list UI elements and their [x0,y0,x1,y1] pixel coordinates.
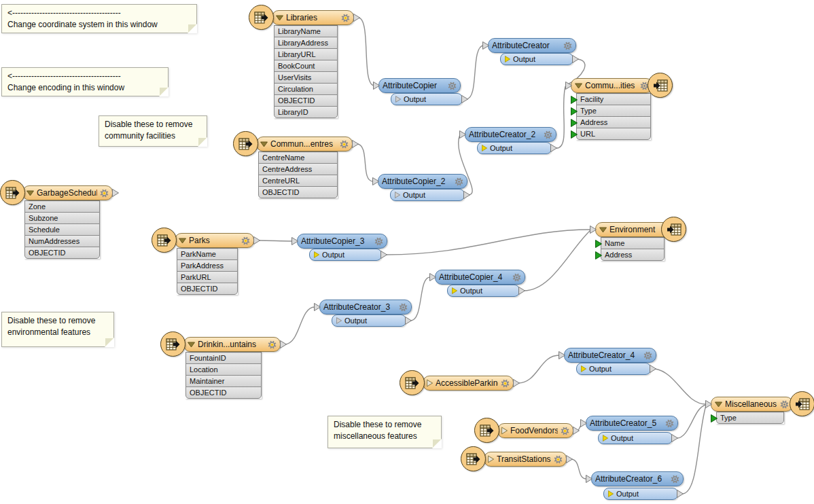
node-miscellaneous[interactable]: Miscellaneous [711,397,793,412]
node-accessible-parking[interactable]: AccessibleParking [423,376,514,391]
output-port[interactable] [353,14,360,22]
writer-table-icon[interactable] [661,217,686,242]
output-port[interactable] [463,191,470,199]
input-port[interactable] [590,226,597,234]
output-port[interactable] [352,140,359,148]
attribute-row[interactable]: ParkAddress [177,259,238,272]
parameters-gear-icon[interactable] [544,130,552,139]
attribute-row[interactable]: URL [576,128,651,140]
attribute-row[interactable]: OBJECTID [258,186,338,198]
input-port[interactable] [314,303,321,311]
transformer-output-bar[interactable]: Output [390,189,465,201]
parameters-gear-icon[interactable] [455,177,463,186]
reader-table-icon[interactable] [461,446,486,471]
attribute-row[interactable]: Schedule [24,223,100,236]
parameters-gear-icon[interactable] [671,475,679,484]
writer-table-icon[interactable] [648,73,673,98]
connection-wire[interactable] [655,369,706,404]
connection-wire[interactable] [682,406,706,494]
connection-wire[interactable] [677,405,706,438]
input-port[interactable] [373,82,380,90]
node-communities[interactable]: Commu...ities [571,78,653,93]
output-port[interactable] [566,455,573,463]
connection-wire[interactable] [524,230,590,291]
expand-toggle-icon[interactable] [188,342,195,348]
node-community-centres[interactable]: Commun...entres [256,137,353,151]
expand-toggle-icon[interactable] [260,141,268,147]
connection-wire[interactable] [556,86,565,148]
node-parks[interactable]: Parks [175,233,254,248]
connection-wire[interactable] [518,355,559,383]
annotation-note[interactable]: <---------------------------------------… [1,4,197,33]
writer-attribute-port[interactable] [595,240,602,248]
node-attributecopier_4[interactable]: AttributeCopier_4 [435,270,525,285]
transformer-output-bar[interactable]: Output [576,363,651,375]
input-port[interactable] [586,475,592,483]
transformer-output-bar[interactable]: Output [447,285,520,297]
attribute-row[interactable]: Location [185,363,262,376]
annotation-note[interactable]: <---------------------------------------… [1,67,169,96]
attribute-row[interactable]: NumAddresses [24,235,100,247]
attribute-row[interactable]: Name [601,237,665,249]
output-port[interactable] [572,55,579,63]
attribute-row[interactable]: Circulation [274,83,338,95]
attribute-row[interactable]: Maintainer [185,375,262,387]
node-attributecreator_3[interactable]: AttributeCreator_3 [319,300,412,314]
reader-table-icon[interactable] [0,180,25,205]
annotation-note[interactable]: Disable these to removecommunity facilit… [99,115,207,147]
expand-toggle-icon[interactable] [26,190,34,196]
output-port[interactable] [381,251,387,259]
parameters-gear-icon[interactable] [665,419,674,428]
node-attributecopier_3[interactable]: AttributeCopier_3 [297,234,387,249]
parameters-gear-icon[interactable] [268,340,277,349]
collapse-toggle-icon[interactable] [488,455,494,463]
attribute-row[interactable]: Address [576,116,651,128]
annotation-note[interactable]: Disable these to removeenvironmental fea… [1,312,114,347]
parameters-gear-icon[interactable] [643,351,652,360]
reader-table-icon[interactable] [400,370,425,395]
input-port[interactable] [372,177,379,185]
parameters-gear-icon[interactable] [341,14,350,22]
connection-wire[interactable] [410,277,430,321]
writer-attribute-port[interactable] [711,414,718,422]
writer-attribute-port[interactable] [571,107,578,115]
collapse-toggle-icon[interactable] [427,379,433,387]
node-food-vendors[interactable]: FoodVendors [497,423,573,438]
attribute-row[interactable]: Type [716,412,784,424]
connection-wire[interactable] [285,307,315,344]
output-port[interactable] [671,434,678,442]
node-drinking-fountains[interactable]: Drinkin...untains [183,337,281,352]
attribute-row[interactable]: LibraryID [274,106,338,118]
parameters-gear-icon[interactable] [512,273,521,282]
connection-wire[interactable] [571,459,586,479]
output-port[interactable] [461,95,468,103]
node-attributecreator_5[interactable]: AttributeCreator_5 [586,416,678,431]
connection-wire[interactable] [258,240,292,241]
parameters-gear-icon[interactable] [780,400,789,409]
parameters-gear-icon[interactable] [554,455,563,464]
output-port[interactable] [518,287,525,295]
writer-table-icon[interactable] [790,391,814,416]
output-port[interactable] [677,490,684,498]
output-port[interactable] [650,365,656,373]
parameters-gear-icon[interactable] [501,379,510,388]
node-attributecreator_4[interactable]: AttributeCreator_4 [564,348,656,363]
expand-toggle-icon[interactable] [276,15,283,21]
attribute-row[interactable]: OBJECTID [24,247,100,259]
attribute-row[interactable]: OBJECTID [177,283,238,295]
expand-toggle-icon[interactable] [179,238,186,244]
transformer-output-bar[interactable]: Output [332,314,406,327]
connection-wire[interactable] [466,46,484,99]
writer-attribute-port[interactable] [595,251,602,259]
input-port[interactable] [429,273,436,281]
input-port[interactable] [565,82,572,90]
input-port[interactable] [482,41,489,50]
collapse-toggle-icon[interactable] [501,427,508,435]
attribute-row[interactable]: Type [576,105,651,117]
transformer-output-bar[interactable]: Output [391,93,463,105]
attribute-row[interactable]: ParkName [177,248,238,260]
output-port[interactable] [112,189,119,197]
node-attributecreator_2[interactable]: AttributeCreator_2 [465,127,556,142]
parameters-gear-icon[interactable] [100,189,109,198]
attribute-row[interactable]: LibraryName [274,25,338,37]
